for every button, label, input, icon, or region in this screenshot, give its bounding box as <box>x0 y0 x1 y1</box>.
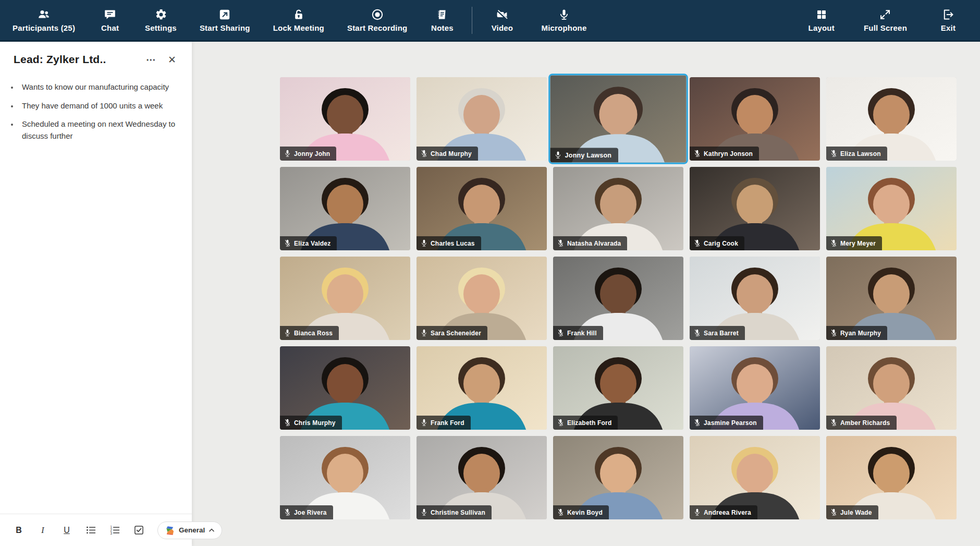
participant-tile[interactable]: Ryan Murphy <box>826 257 957 340</box>
mic-muted-icon <box>285 239 290 247</box>
content-area: Lead: Zylker Ltd.. ⋯ ✕ Wants to know our… <box>0 42 980 546</box>
bold-button[interactable]: B <box>14 525 24 536</box>
participant-tile[interactable]: Natasha Alvarada <box>553 167 683 250</box>
participant-tile[interactable]: Frank Ford <box>416 346 547 430</box>
checkbox-icon[interactable] <box>133 525 144 536</box>
participant-tile[interactable]: Jasmine Pearson <box>690 346 820 430</box>
participant-tile[interactable]: Joe Rivera <box>280 436 410 519</box>
participant-tile[interactable]: Andreea Rivera <box>690 436 820 519</box>
microphone-icon <box>558 8 570 21</box>
participant-tile[interactable]: Jule Wade <box>826 436 957 519</box>
participant-name: Amber Richards <box>840 419 890 427</box>
participant-tile[interactable]: Charles Lucas <box>416 167 547 250</box>
toolbar-divider <box>472 7 472 34</box>
toolbar-item-exit[interactable]: Exit <box>936 8 960 32</box>
participant-tile[interactable]: Christine Sullivan <box>416 436 547 519</box>
participant-tile[interactable]: Eliza Valdez <box>280 167 410 250</box>
italic-glyph: I <box>41 526 44 535</box>
toolbar-item-video[interactable]: Video <box>490 8 514 32</box>
participant-nametag: Andreea Rivera <box>690 505 757 519</box>
participant-tile[interactable]: Chris Murphy <box>280 346 410 430</box>
participant-nametag: Carig Cook <box>690 236 744 250</box>
notes-bullet-list: Wants to know our manufacturing capacity… <box>19 81 181 142</box>
toolbar-item-label: Video <box>492 23 513 32</box>
participant-tile[interactable]: Bianca Ross <box>280 257 410 340</box>
zoho-notebook-logo <box>165 526 175 535</box>
participant-name: Carig Cook <box>704 240 738 247</box>
participant-tile[interactable]: Sara Scheneider <box>416 257 547 340</box>
participant-name: Eliza Valdez <box>294 240 330 247</box>
participant-name: Joe Rivera <box>294 509 327 516</box>
participant-tile[interactable]: Elizabeth Ford <box>553 346 683 430</box>
mic-muted-icon <box>558 329 564 337</box>
toolbar-item-label: Chat <box>101 23 119 32</box>
toolbar-item-label: Layout <box>808 23 835 32</box>
participant-name: Charles Lucas <box>431 240 475 247</box>
participant-tile[interactable]: Jonny Lawson <box>550 75 686 162</box>
mic-muted-icon <box>831 419 837 427</box>
participant-tile[interactable]: Sara Barret <box>690 257 820 340</box>
gear-icon <box>155 8 167 21</box>
participant-tile[interactable]: Amber Richards <box>826 346 957 430</box>
participant-name: Elizabeth Ford <box>567 419 611 427</box>
mic-muted-icon <box>558 419 564 427</box>
close-icon[interactable]: ✕ <box>166 54 178 66</box>
notebook-select-button[interactable]: General <box>157 521 222 539</box>
participant-name: Andreea Rivera <box>704 509 751 516</box>
notes-format-toolbar: BIU123 General <box>0 514 192 546</box>
participant-name: Christine Sullivan <box>431 509 485 516</box>
toolbar-item-participants[interactable]: Participants (25) <box>13 8 75 32</box>
exit-icon <box>942 8 954 21</box>
toolbar-item-lock-meeting[interactable]: Lock Meeting <box>273 8 324 32</box>
notes-panel: Lead: Zylker Ltd.. ⋯ ✕ Wants to know our… <box>0 42 192 546</box>
participant-tile[interactable]: Carig Cook <box>690 167 820 250</box>
participant-nametag: Mery Meyer <box>826 236 882 250</box>
participant-nametag: Joe Rivera <box>280 505 333 519</box>
mic-on-icon <box>421 419 427 427</box>
participant-tile[interactable]: Kevin Boyd <box>553 436 683 519</box>
participant-nametag: Chad Murphy <box>416 147 478 161</box>
numbered-list-icon[interactable]: 123 <box>109 525 120 536</box>
toolbar-item-notes[interactable]: Notes <box>430 8 454 32</box>
toolbar-item-start-sharing[interactable]: Start Sharing <box>200 8 250 32</box>
toolbar-device-group: Video Microphone <box>490 8 586 32</box>
toolbar-item-full-screen[interactable]: Full Screen <box>864 8 907 32</box>
toolbar-item-settings[interactable]: Settings <box>145 8 177 32</box>
toolbar-item-label: Microphone <box>541 23 586 32</box>
participant-name: Frank Ford <box>431 419 464 427</box>
fullscreen-icon <box>879 8 891 21</box>
more-options-icon[interactable]: ⋯ <box>144 54 158 66</box>
participant-nametag: Chris Murphy <box>280 416 342 430</box>
participant-tile[interactable]: Chad Murphy <box>416 77 547 161</box>
participant-tile[interactable]: Jonny John <box>280 77 410 161</box>
toolbar-item-layout[interactable]: Layout <box>808 8 835 32</box>
participant-tile[interactable]: Mery Meyer <box>826 167 957 250</box>
mic-muted-icon <box>694 419 700 427</box>
toolbar-item-label: Notes <box>431 23 454 32</box>
mic-muted-icon <box>558 239 564 247</box>
mic-on-icon <box>285 150 290 157</box>
record-icon <box>371 8 384 21</box>
italic-button[interactable]: I <box>38 525 48 536</box>
participant-tile[interactable]: Frank Hill <box>553 257 683 340</box>
toolbar-item-label: Full Screen <box>864 23 907 32</box>
mic-muted-icon <box>831 150 837 157</box>
mic-on-icon <box>285 329 290 337</box>
toolbar-item-chat[interactable]: Chat <box>98 8 122 32</box>
participant-nametag: Charles Lucas <box>416 236 481 250</box>
participant-tile[interactable]: Kathryn Jonson <box>690 77 820 161</box>
participant-name: Jonny John <box>294 150 330 157</box>
participant-nametag: Natasha Alvarada <box>553 236 627 250</box>
mic-on-icon <box>421 508 427 516</box>
toolbar-item-microphone[interactable]: Microphone <box>541 8 586 32</box>
notes-panel-header: Lead: Zylker Ltd.. ⋯ ✕ <box>0 42 192 66</box>
participant-nametag: Bianca Ross <box>280 326 339 340</box>
mic-muted-icon <box>421 150 427 157</box>
mic-muted-icon <box>694 239 700 247</box>
bullet-list-icon[interactable] <box>85 525 96 536</box>
participant-name: Jonny Lawson <box>565 151 612 159</box>
participant-tile[interactable]: Eliza Lawson <box>826 77 957 161</box>
note-bullet: Wants to know our manufacturing capacity <box>19 81 181 93</box>
underline-button[interactable]: U <box>62 525 72 536</box>
toolbar-item-start-recording[interactable]: Start Recording <box>347 8 408 32</box>
